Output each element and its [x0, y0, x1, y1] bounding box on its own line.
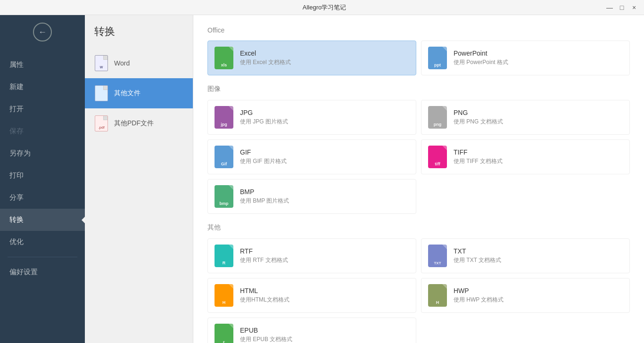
sidebar-item-new[interactable]: 新建 — [0, 76, 85, 98]
png-info: PNG 使用 PNG 文档格式 — [454, 109, 503, 126]
tiff-info: TIFF 使用 TIFF 文档格式 — [454, 148, 503, 165]
panel-item-word-label: Word — [114, 59, 130, 67]
rtf-name: RTF — [240, 247, 288, 255]
section-image-title: 图像 — [207, 85, 630, 93]
rtf-desc: 使用 RTF 文档格式 — [240, 256, 288, 264]
section-other-title: 其他 — [207, 223, 630, 232]
jpg-name: JPG — [240, 109, 288, 116]
hwp-desc: 使用 HWP 文档格式 — [454, 296, 504, 304]
epub-desc: 使用 EPUB 文档格式 — [240, 335, 292, 343]
image-grid: jpg JPG 使用 JPG 图片格式 png PNG 使用 PNG 文档格式 … — [207, 100, 630, 214]
txt-info: TXT 使用 TXT 文档格式 — [454, 247, 501, 264]
gif-desc: 使用 GIF 图片格式 — [240, 157, 287, 165]
tiff-icon: tiff — [428, 146, 447, 168]
png-desc: 使用 PNG 文档格式 — [454, 118, 503, 126]
gif-info: GIF 使用 GIF 图片格式 — [240, 148, 287, 165]
sidebar: ← 属性 新建 打开 保存 另存为 打印 分享 转换 优化 偏好设置 — [0, 15, 85, 343]
window-title: Allegro学习笔记 — [43, 3, 605, 12]
panel-item-other-pdf-label: 其他PDF文件 — [114, 119, 154, 128]
word-icon: w — [94, 55, 108, 72]
gif-icon: Gif — [215, 146, 233, 168]
back-button[interactable]: ← — [0, 15, 85, 49]
titlebar: Allegro学习笔记 — □ × — [0, 0, 644, 15]
window-controls: — □ × — [605, 3, 638, 12]
sidebar-item-convert[interactable]: 转换 — [0, 209, 85, 231]
excel-info: Excel 使用 Excel 文档格式 — [240, 49, 291, 66]
sidebar-item-share[interactable]: 分享 — [0, 187, 85, 209]
other-pdf-file-icon: .pdf — [95, 115, 108, 131]
format-item-html[interactable]: H HTML 使用HTML文档格式 — [207, 278, 416, 313]
rtf-info: RTF 使用 RTF 文档格式 — [240, 247, 288, 264]
sidebar-item-save: 保存 — [0, 120, 85, 142]
format-item-hwp[interactable]: H HWP 使用 HWP 文档格式 — [421, 278, 630, 313]
sidebar-nav: 属性 新建 打开 保存 另存为 打印 分享 转换 优化 偏好设置 — [0, 49, 85, 283]
panel-item-other-pdf[interactable]: .pdf 其他PDF文件 — [85, 108, 193, 139]
format-item-bmp[interactable]: bmp BMP 使用 BMP 图片格式 — [207, 179, 416, 214]
format-item-txt[interactable]: TXT TXT 使用 TXT 文档格式 — [421, 238, 630, 273]
maximize-button[interactable]: □ — [618, 3, 626, 12]
html-name: HTML — [240, 287, 289, 294]
html-info: HTML 使用HTML文档格式 — [240, 287, 289, 304]
content-panel: 转换 w Word 其他文件 .pdf — [85, 15, 193, 343]
format-item-excel[interactable]: xls Excel 使用 Excel 文档格式 — [207, 41, 416, 75]
rtf-icon: R — [215, 245, 233, 267]
main-layout: ← 属性 新建 打开 保存 另存为 打印 分享 转换 优化 偏好设置 转换 w … — [0, 15, 644, 343]
hwp-icon: H — [428, 284, 447, 307]
excel-desc: 使用 Excel 文档格式 — [240, 58, 291, 66]
html-desc: 使用HTML文档格式 — [240, 296, 289, 304]
other-grid: R RTF 使用 RTF 文档格式 TXT TXT 使用 TXT 文档格式 H … — [207, 238, 630, 343]
jpg-desc: 使用 JPG 图片格式 — [240, 118, 288, 126]
minimize-button[interactable]: — — [605, 3, 614, 12]
html-icon: H — [215, 284, 233, 307]
gif-name: GIF — [240, 148, 287, 156]
section-office-title: Office — [207, 26, 630, 34]
ppt-name: PowerPoint — [454, 49, 508, 57]
bmp-desc: 使用 BMP 图片格式 — [240, 197, 289, 205]
jpg-info: JPG 使用 JPG 图片格式 — [240, 109, 288, 126]
epub-icon: ε — [215, 324, 233, 343]
epub-name: EPUB — [240, 327, 292, 334]
hwp-name: HWP — [454, 287, 504, 294]
hwp-info: HWP 使用 HWP 文档格式 — [454, 287, 504, 304]
bmp-name: BMP — [240, 188, 289, 196]
epub-info: EPUB 使用 EPUB 文档格式 — [240, 327, 292, 343]
panel-item-word[interactable]: w Word — [85, 48, 193, 78]
sidebar-item-preferences[interactable]: 偏好设置 — [0, 261, 85, 283]
office-grid: xls Excel 使用 Excel 文档格式 ppt PowerPoint 使… — [207, 41, 630, 75]
sidebar-item-open[interactable]: 打开 — [0, 98, 85, 120]
bmp-info: BMP 使用 BMP 图片格式 — [240, 188, 289, 205]
format-item-jpg[interactable]: jpg JPG 使用 JPG 图片格式 — [207, 100, 416, 135]
format-item-png[interactable]: png PNG 使用 PNG 文档格式 — [421, 100, 630, 135]
txt-desc: 使用 TXT 文档格式 — [454, 256, 501, 264]
ppt-info: PowerPoint 使用 PowerPoint 格式 — [454, 49, 508, 66]
sidebar-item-print[interactable]: 打印 — [0, 164, 85, 187]
other-pdf-icon: .pdf — [94, 115, 108, 132]
format-item-epub[interactable]: ε EPUB 使用 EPUB 文档格式 — [207, 318, 416, 343]
main-content: Office xls Excel 使用 Excel 文档格式 ppt Power… — [193, 15, 644, 343]
panel-item-other-files[interactable]: 其他文件 — [85, 78, 193, 108]
format-item-tiff[interactable]: tiff TIFF 使用 TIFF 文档格式 — [421, 139, 630, 174]
format-item-ppt[interactable]: ppt PowerPoint 使用 PowerPoint 格式 — [421, 41, 630, 75]
sidebar-item-saveas[interactable]: 另存为 — [0, 142, 85, 164]
other-files-icon — [94, 85, 108, 102]
other-files-file-icon — [95, 85, 108, 101]
excel-name: Excel — [240, 49, 291, 57]
tiff-desc: 使用 TIFF 文档格式 — [454, 157, 503, 165]
panel-title: 转换 — [85, 24, 193, 48]
txt-icon: TXT — [428, 245, 447, 267]
sidebar-item-optimize[interactable]: 优化 — [0, 231, 85, 253]
txt-name: TXT — [454, 247, 501, 255]
sidebar-divider — [8, 257, 77, 257]
excel-icon: xls — [215, 47, 233, 69]
tiff-name: TIFF — [454, 148, 503, 156]
word-file-icon: w — [95, 55, 108, 71]
jpg-icon: jpg — [215, 106, 233, 129]
back-circle-icon: ← — [33, 23, 52, 41]
format-item-gif[interactable]: Gif GIF 使用 GIF 图片格式 — [207, 139, 416, 174]
panel-item-other-files-label: 其他文件 — [114, 89, 140, 98]
png-icon: png — [428, 106, 447, 129]
sidebar-item-properties[interactable]: 属性 — [0, 54, 85, 76]
ppt-icon: ppt — [428, 47, 447, 69]
format-item-rtf[interactable]: R RTF 使用 RTF 文档格式 — [207, 238, 416, 273]
close-button[interactable]: × — [630, 3, 638, 12]
